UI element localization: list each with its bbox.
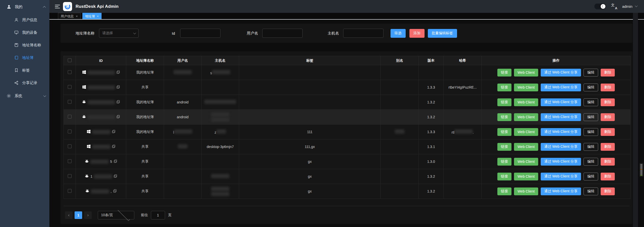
row-checkbox[interactable] <box>68 189 72 193</box>
language-icon[interactable]: 文A <box>611 4 617 10</box>
copy-icon[interactable] <box>116 100 120 104</box>
row-checkbox[interactable] <box>68 144 72 148</box>
edit-button[interactable]: 编辑 <box>584 69 598 77</box>
row-checkbox[interactable] <box>68 159 72 163</box>
version-cell: 1.3.3 <box>419 125 444 139</box>
copy-icon[interactable] <box>112 144 115 149</box>
web-client-button[interactable]: Web Client <box>514 69 538 77</box>
link-button[interactable]: 链接 <box>497 84 511 91</box>
id-input[interactable] <box>180 29 220 38</box>
copy-icon[interactable] <box>116 115 120 119</box>
copy-icon[interactable] <box>113 189 117 194</box>
share-web-client-button[interactable]: 通过 Web Client 分享 <box>541 128 581 136</box>
page-size-select[interactable]: 10条/页 <box>98 211 134 219</box>
link-button[interactable]: 链接 <box>497 128 511 136</box>
username-input[interactable] <box>262 29 303 38</box>
edit-button[interactable]: 编辑 <box>584 158 598 166</box>
user-menu[interactable]: admin <box>622 4 637 9</box>
web-client-button[interactable]: Web Client <box>514 128 538 136</box>
scrollbar-track[interactable] <box>633 13 638 227</box>
prev-page-button[interactable]: ‹ <box>65 211 73 219</box>
tab-地址簿[interactable]: 地址簿× <box>82 13 102 19</box>
delete-button[interactable]: 删除 <box>601 173 615 180</box>
delete-button[interactable]: 删除 <box>601 158 615 166</box>
web-client-button[interactable]: Web Client <box>514 113 538 121</box>
share-web-client-button[interactable]: 通过 Web Client 分享 <box>541 187 581 195</box>
delete-button[interactable]: 删除 <box>601 84 615 91</box>
sidebar-group-系统[interactable]: 系统 <box>0 89 49 103</box>
web-client-button[interactable]: Web Client <box>514 98 538 106</box>
share-web-client-button[interactable]: 通过 Web Client 分享 <box>541 173 581 180</box>
page-1-button[interactable]: 1 <box>75 211 82 219</box>
sidebar-item-标签[interactable]: 标签 <box>0 64 49 77</box>
web-client-button[interactable]: Web Client <box>514 84 538 91</box>
copy-icon[interactable] <box>114 159 117 164</box>
link-button[interactable]: 链接 <box>497 173 511 180</box>
link-button[interactable]: 链接 <box>497 113 511 121</box>
edit-button[interactable]: 编辑 <box>584 98 598 106</box>
table-row: 我的地址簿lz1111.3.3rtl.链接Web Client通过 Web Cl… <box>64 125 631 139</box>
link-button[interactable]: 链接 <box>497 69 511 77</box>
collapse-menu-icon[interactable] <box>55 5 60 8</box>
edit-button[interactable]: 编辑 <box>584 173 598 180</box>
close-icon[interactable]: × <box>97 13 99 19</box>
delete-button[interactable]: 删除 <box>601 143 615 151</box>
link-button[interactable]: 链接 <box>497 158 511 166</box>
sidebar-group-我的[interactable]: 我的 <box>0 0 49 14</box>
row-checkbox[interactable] <box>68 85 72 89</box>
row-checkbox[interactable] <box>68 100 72 104</box>
edit-button[interactable]: 编辑 <box>584 187 598 195</box>
copy-icon[interactable] <box>114 174 117 179</box>
row-checkbox[interactable] <box>68 115 72 119</box>
share-web-client-button[interactable]: 通过 Web Client 分享 <box>541 84 581 91</box>
sidebar-item-我的设备[interactable]: 我的设备 <box>0 26 49 39</box>
delete-button[interactable]: 删除 <box>601 69 615 77</box>
tags-cell <box>239 110 381 125</box>
link-button[interactable]: 链接 <box>497 143 511 151</box>
close-icon[interactable]: × <box>76 13 78 19</box>
edit-button[interactable]: 编辑 <box>584 84 598 91</box>
select-all-checkbox[interactable] <box>68 58 72 62</box>
share-web-client-button[interactable]: 通过 Web Client 分享 <box>541 69 581 77</box>
hash-cell <box>444 110 482 125</box>
edit-button[interactable]: 编辑 <box>584 113 598 121</box>
copy-icon[interactable] <box>116 70 120 75</box>
batch-edit-tags-button[interactable]: 批量编辑标签 <box>428 29 457 38</box>
share-web-client-button[interactable]: 通过 Web Client 分享 <box>541 158 581 166</box>
web-client-button[interactable]: Web Client <box>514 143 538 151</box>
web-client-button[interactable]: Web Client <box>514 173 538 180</box>
link-button[interactable]: 链接 <box>497 187 511 195</box>
sidebar-item-用户信息[interactable]: 用户信息 <box>0 14 49 26</box>
delete-button[interactable]: 删除 <box>601 187 615 195</box>
copy-icon[interactable] <box>112 130 115 134</box>
sidebar-item-地址簿[interactable]: 地址簿 <box>0 51 49 64</box>
goto-page-input[interactable] <box>151 211 165 219</box>
web-client-button[interactable]: Web Client <box>514 158 538 166</box>
delete-button[interactable]: 删除 <box>601 98 615 106</box>
device-id-cell <box>76 130 126 134</box>
delete-button[interactable]: 删除 <box>601 128 615 136</box>
username-cell <box>164 139 202 154</box>
hostname-input[interactable] <box>343 29 383 38</box>
theme-toggle[interactable]: ☾ <box>594 4 606 9</box>
row-checkbox[interactable] <box>68 70 72 74</box>
edit-button[interactable]: 编辑 <box>584 128 598 136</box>
filter-button[interactable]: 筛选 <box>391 29 406 38</box>
share-web-client-button[interactable]: 通过 Web Client 分享 <box>541 98 581 106</box>
row-checkbox[interactable] <box>68 174 72 178</box>
tab-用户信息[interactable]: 用户信息× <box>58 13 81 19</box>
chevron-up-icon <box>43 6 46 9</box>
link-button[interactable]: 链接 <box>497 98 511 106</box>
share-web-client-button[interactable]: 通过 Web Client 分享 <box>541 113 581 121</box>
add-button[interactable]: 添加 <box>409 29 425 38</box>
delete-button[interactable]: 删除 <box>601 113 615 121</box>
row-checkbox[interactable] <box>68 130 72 133</box>
copy-icon[interactable] <box>116 85 120 90</box>
addressbook-name-select[interactable]: 请选择 <box>99 29 139 38</box>
sidebar-item-地址簿名称[interactable]: 地址簿名称 <box>0 39 49 51</box>
sidebar-item-分享记录[interactable]: 分享记录 <box>0 77 49 89</box>
share-web-client-button[interactable]: 通过 Web Client 分享 <box>541 143 581 151</box>
web-client-button[interactable]: Web Client <box>514 187 538 195</box>
next-page-button[interactable]: › <box>84 211 92 219</box>
edit-button[interactable]: 编辑 <box>584 143 598 151</box>
